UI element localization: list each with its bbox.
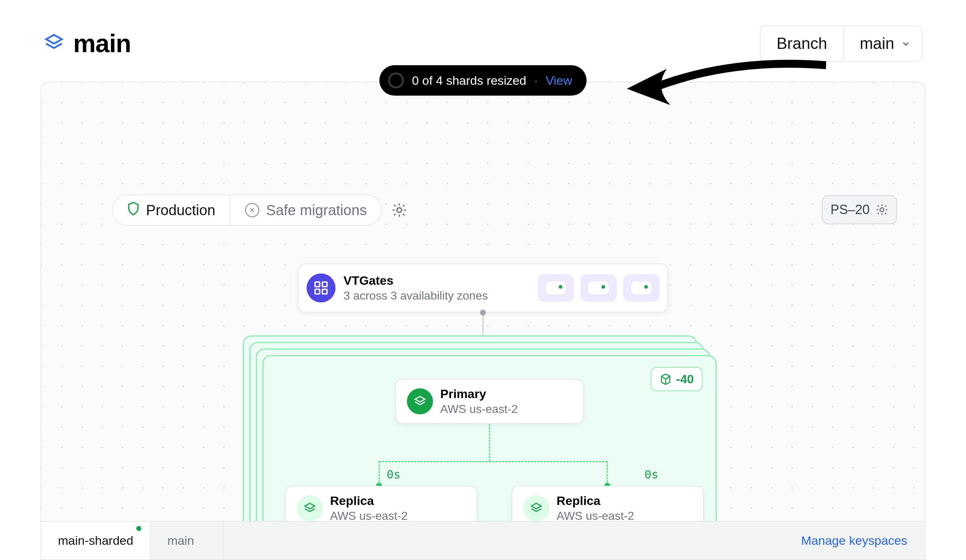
branch-switcher-value[interactable]: main [844,26,922,61]
svg-rect-3 [322,282,327,287]
svg-rect-5 [322,289,327,294]
topology-panel: Production Safe migrations PS–20 [41,82,925,560]
shield-icon [127,201,140,219]
resize-toast: 0 of 4 shards resized · View [380,65,586,95]
plan-size-chip[interactable]: PS–20 [822,195,897,224]
layers-icon [43,32,64,55]
annotation-arrow [623,54,826,112]
replica-latency: 0s [387,468,401,481]
settings-button[interactable] [390,201,409,220]
pill-bar: Production Safe migrations [112,194,409,226]
primary-node[interactable]: Primary AWS us-east-2 [395,379,584,424]
layers-icon [297,495,323,521]
spacer [224,522,784,559]
keyspace-tab-label: main-sharded [58,534,133,548]
replica-latency: 0s [644,468,658,481]
keyspace-tab-label: main [168,534,194,548]
connector-knob [480,310,486,315]
keyspace-tab-active[interactable]: main-sharded [41,522,151,559]
vtgates-subtitle: 3 across 3 availability zones [343,289,488,302]
page-title: main [73,29,131,58]
branch-name-text: main [860,34,894,53]
cube-icon [659,373,672,386]
connector-dash [606,461,608,486]
connector-dash [379,461,608,462]
keyspace-tab[interactable]: main [151,522,224,559]
safe-migrations-label: Safe migrations [266,202,367,218]
replica-title: Replica [557,494,634,508]
svg-rect-2 [315,282,320,287]
vtgate-az-badge[interactable] [580,274,617,302]
shard-range-tag[interactable]: -40 [651,367,703,391]
keyspace-tabs: main-sharded main Manage keyspaces [41,521,925,559]
connector-dash [489,424,490,461]
vtgate-az-badge[interactable] [538,274,574,302]
vtgates-title: VTGates [343,273,488,287]
shard-range-label: -40 [676,372,694,386]
pill-group: Production Safe migrations [112,194,382,226]
production-pill[interactable]: Production [113,195,230,225]
vtgates-card[interactable]: VTGates 3 across 3 availability zones [298,263,668,313]
production-label: Production [146,202,215,218]
chevron-down-icon [901,34,911,53]
layers-icon [407,388,433,414]
toast-view-link[interactable]: View [546,74,572,88]
x-circle-icon [245,203,260,217]
vtgates-icon [307,273,335,302]
header-left: main [43,29,131,58]
vtgate-az-badge[interactable] [623,274,659,302]
layers-icon [523,495,549,521]
safe-migrations-pill[interactable]: Safe migrations [230,195,381,225]
vtgates-badges [538,274,659,302]
manage-keyspaces-link[interactable]: Manage keyspaces [784,522,925,559]
primary-region: AWS us-east-2 [440,402,518,416]
replica-title: Replica [330,494,407,508]
vtgates-text: VTGates 3 across 3 availability zones [343,273,488,302]
spinner-icon [388,72,404,89]
svg-rect-4 [315,289,320,294]
plan-size-label: PS–20 [830,202,870,217]
svg-point-0 [397,208,402,213]
gear-icon [876,203,889,216]
primary-title: Primary [440,387,518,401]
toast-text: 0 of 4 shards resized [412,74,526,88]
toast-separator: · [534,74,538,88]
connector-dash [379,461,380,486]
svg-point-1 [880,208,884,212]
